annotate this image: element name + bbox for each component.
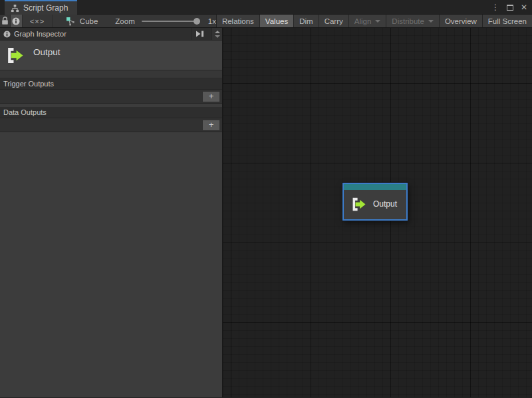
graph-pointer-icon bbox=[66, 17, 75, 26]
zoom-slider[interactable] bbox=[142, 21, 199, 22]
title-bar: Script Graph ⋮ ✕ bbox=[0, 0, 532, 15]
zoom-slider-handle[interactable] bbox=[194, 18, 200, 25]
chevron-down-icon bbox=[375, 20, 380, 23]
arrow-down-icon[interactable] bbox=[215, 35, 220, 38]
relations-button[interactable]: Relations bbox=[216, 15, 259, 27]
zoom-control: Zoom 1x bbox=[115, 15, 216, 27]
graph-pointer-label: Cube bbox=[80, 17, 98, 25]
window-menu-icon[interactable]: ⋮ bbox=[491, 3, 499, 11]
section-header-data-outputs: Data Outputs bbox=[0, 107, 222, 118]
output-node-label: Output bbox=[373, 199, 397, 209]
values-button[interactable]: Values bbox=[259, 15, 293, 27]
distribute-dropdown[interactable]: Distribute bbox=[386, 15, 439, 27]
panel-carousel-control[interactable] bbox=[211, 28, 222, 40]
add-data-output-button[interactable]: + bbox=[202, 120, 220, 131]
dock-panel-button[interactable] bbox=[191, 28, 208, 40]
selected-unit-summary: Output bbox=[0, 41, 222, 70]
distribute-dropdown-label: Distribute bbox=[392, 17, 424, 25]
dock-panel-icon bbox=[196, 31, 204, 37]
zoom-label: Zoom bbox=[115, 17, 134, 25]
view-buttons-group: Relations Values Dim Carry Align Distrib… bbox=[216, 15, 532, 27]
overview-button-label: Overview bbox=[445, 17, 477, 25]
main-area: Graph Inspector Output bbox=[0, 28, 532, 397]
lock-button[interactable] bbox=[0, 15, 11, 27]
graph-toolbar: <×> Cube Zoom 1x Relations Values Dim bbox=[0, 15, 532, 28]
relations-button-label: Relations bbox=[222, 17, 254, 25]
output-unit-icon bbox=[350, 197, 366, 212]
output-node-header[interactable] bbox=[344, 184, 406, 190]
graph-inspector-panel: Graph Inspector Output bbox=[0, 28, 223, 397]
info-icon bbox=[3, 31, 11, 38]
lock-icon bbox=[1, 17, 9, 25]
window-controls: ⋮ ✕ bbox=[491, 0, 527, 15]
overview-button[interactable]: Overview bbox=[439, 15, 482, 27]
zoom-value: 1x bbox=[208, 17, 216, 25]
data-outputs-list: + bbox=[0, 118, 222, 132]
graph-pointer[interactable]: Cube bbox=[53, 15, 98, 27]
section-title: Trigger Outputs bbox=[3, 80, 54, 88]
chevron-down-icon bbox=[428, 20, 434, 23]
tab-title: Script Graph bbox=[23, 3, 68, 13]
output-node[interactable]: Output bbox=[342, 183, 408, 221]
arrow-up-icon[interactable] bbox=[215, 31, 220, 33]
tab-script-graph[interactable]: Script Graph bbox=[5, 0, 77, 15]
inspector-toggle-button[interactable] bbox=[11, 15, 23, 27]
dim-button-label: Dim bbox=[299, 17, 313, 25]
code-icon: <×> bbox=[30, 17, 45, 25]
add-trigger-output-button[interactable]: + bbox=[202, 91, 220, 102]
inspector-empty-area bbox=[0, 132, 222, 397]
script-graph-icon bbox=[11, 4, 19, 13]
carry-button[interactable]: Carry bbox=[319, 15, 348, 27]
inspector-divider bbox=[0, 70, 222, 78]
output-unit-icon bbox=[5, 47, 23, 64]
section-header-trigger-outputs: Trigger Outputs bbox=[0, 78, 222, 90]
trigger-outputs-list: + bbox=[0, 90, 222, 104]
close-icon[interactable]: ✕ bbox=[521, 3, 527, 11]
align-dropdown-label: Align bbox=[354, 17, 372, 25]
output-node-body: Output bbox=[344, 190, 406, 219]
section-title: Data Outputs bbox=[3, 108, 47, 116]
dim-button[interactable]: Dim bbox=[293, 15, 318, 27]
full-screen-button-label: Full Screen bbox=[488, 17, 527, 25]
unit-title: Output bbox=[33, 47, 61, 57]
code-preview-button[interactable]: <×> bbox=[23, 15, 53, 27]
values-button-label: Values bbox=[265, 17, 288, 25]
maximize-icon[interactable] bbox=[507, 5, 513, 11]
full-screen-button[interactable]: Full Screen bbox=[482, 15, 532, 27]
graph-inspector-header: Graph Inspector bbox=[0, 28, 222, 41]
info-icon bbox=[12, 17, 20, 25]
graph-canvas[interactable]: Output bbox=[223, 28, 532, 397]
align-dropdown[interactable]: Align bbox=[348, 15, 386, 27]
graph-inspector-title: Graph Inspector bbox=[14, 30, 188, 38]
carry-button-label: Carry bbox=[325, 17, 343, 25]
